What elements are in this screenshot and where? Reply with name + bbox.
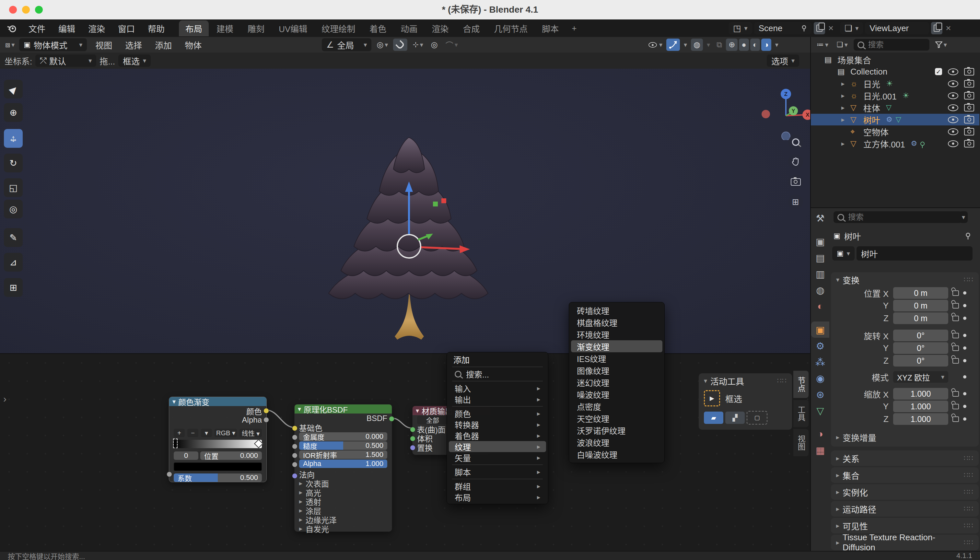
socket-表(曲)面[interactable] [410, 427, 415, 432]
texture-submenu-item-点密度[interactable]: 点密度 [571, 400, 662, 412]
expand-arrow[interactable]: ▸ [841, 104, 850, 112]
pin-properties-icon[interactable] [965, 232, 972, 240]
animate-dot[interactable] [963, 417, 967, 421]
bsdf-section-次表面[interactable]: ▸次表面 [299, 479, 387, 487]
add-menu-item-输出[interactable]: 输出▸ [449, 394, 546, 405]
socket-fac[interactable] [167, 472, 172, 477]
render-visibility-icon[interactable] [964, 104, 974, 112]
bsdf-section-涂层[interactable]: ▸涂层 [299, 506, 387, 515]
lock-icon[interactable] [952, 303, 959, 308]
scene-selector[interactable]: Scene [754, 22, 812, 34]
transform-delta-subpanel[interactable]: ▸变换增量 [831, 431, 979, 444]
rotate-tool-button[interactable]: ↻ [4, 153, 23, 172]
properties-tab-particles[interactable]: ⁂ [811, 354, 829, 370]
ramp-interp-dropdown[interactable]: 线性 ▾ [240, 429, 262, 437]
n-panel-tab-工具[interactable]: 工具 [793, 400, 808, 427]
outliner-row-立方体.001[interactable]: ▸▽立方体.001⚙ [811, 138, 979, 149]
socket-IOR折射率[interactable] [292, 453, 298, 458]
orientation-dropdown[interactable]: ∠全局▾ [322, 38, 372, 51]
bsdf-slider-糙度[interactable]: 糙度0.500 [299, 442, 387, 450]
shader-editor-canvas[interactable]: › ▾颜色渐变颜色Alpha+−▾RGB ▾线性 ▾0位置0.000系数0.50… [0, 353, 810, 552]
workspace-tab-渲染[interactable]: 渲染 [425, 20, 455, 36]
add-menu-item-布局[interactable]: 布局▸ [449, 492, 546, 503]
copy-viewlayer-button[interactable] [931, 22, 942, 34]
mode-dropdown[interactable]: ▣物体模式▾ [19, 38, 87, 51]
topbar-menu-编辑[interactable]: 编辑 [52, 22, 82, 34]
select-mode-extend-button[interactable]: ▞ [725, 412, 745, 424]
socket-normal[interactable] [292, 473, 298, 479]
animate-dot[interactable] [963, 359, 967, 362]
texture-submenu-item-白噪波纹理[interactable]: 白噪波纹理 [571, 448, 662, 460]
value-field[interactable]: 0° [893, 330, 948, 341]
topbar-menu-窗口[interactable]: 窗口 [112, 22, 141, 34]
render-visibility-icon[interactable] [964, 128, 974, 135]
texture-submenu-item-砖墙纹理[interactable]: 砖墙纹理 [571, 304, 662, 316]
socket-bsdf-output[interactable] [389, 416, 394, 422]
visibility-eye-icon[interactable] [948, 140, 958, 147]
add-cube-tool-button[interactable]: ⊞ [4, 278, 23, 297]
bsdf-section-透射[interactable]: ▸透射 [299, 497, 387, 505]
ortho-toggle-icon[interactable]: ⊞ [788, 195, 803, 209]
properties-tab-render[interactable]: ▣ [811, 233, 829, 250]
visibility-eye-icon[interactable] [948, 128, 958, 135]
add-menu-item-矢量[interactable]: 矢量▸ [449, 452, 546, 463]
viewport-menu-添加[interactable]: 添加 [148, 39, 178, 51]
n-panel-tab-节点[interactable]: 节点 [793, 371, 808, 398]
bsdf-node[interactable]: ▾原理化BSDFBSDF基础色金属度0.000糙度0.500IOR折射率1.50… [294, 404, 392, 532]
colorramp-node[interactable]: ▾颜色渐变颜色Alpha+−▾RGB ▾线性 ▾0位置0.000系数0.500 [169, 397, 267, 482]
socket-糙度[interactable] [292, 444, 298, 449]
properties-tab-material[interactable]: ◑ [811, 426, 829, 442]
proportional-falloff-dropdown[interactable]: ⌒▾ [443, 38, 460, 51]
value-field[interactable]: 1.000 [893, 413, 948, 425]
bsdf-section-自发光[interactable]: ▸自发光 [299, 524, 387, 533]
texture-submenu-item-图像纹理[interactable]: 图像纹理 [571, 364, 662, 376]
outliner-row-日光.001[interactable]: ▸☼日光.001☀ [811, 90, 979, 102]
visibility-eye-icon[interactable] [948, 116, 958, 123]
workspace-tab-合成[interactable]: 合成 [456, 20, 486, 36]
properties-tab-object-data[interactable]: ▽ [811, 402, 829, 419]
bsdf-section-高光[interactable]: ▸高光 [299, 488, 387, 497]
pin-icon[interactable] [801, 25, 807, 32]
proportional-editing-toggle[interactable]: ◎ [428, 38, 440, 51]
options-dropdown[interactable]: 选项▾ [767, 55, 799, 67]
texture-submenu-item-波浪纹理[interactable]: 波浪纹理 [571, 436, 662, 448]
add-menu-item-脚本[interactable]: 脚本▸ [449, 466, 546, 477]
bsdf-section-边缘光泽[interactable]: ▸边缘光泽 [299, 515, 387, 524]
panel-实例化[interactable]: ▸实例化∷∷ [831, 484, 979, 500]
add-menu-search[interactable]: 搜索... [449, 368, 546, 380]
select-mode-subtract-button[interactable]: ▢ [747, 411, 767, 425]
animate-dot[interactable] [963, 375, 967, 378]
animate-dot[interactable] [963, 317, 967, 320]
ramp-stop-1[interactable] [254, 439, 263, 448]
outliner-row-柱体[interactable]: ▸▽柱体▽ [811, 102, 979, 113]
render-visibility-icon[interactable] [964, 140, 974, 147]
render-visibility-icon[interactable] [964, 80, 974, 88]
panel-集合[interactable]: ▸集合∷∷ [831, 467, 979, 483]
gizmos-dropdown[interactable]: ▾ [681, 38, 690, 51]
shading-solid-button[interactable]: ● [739, 38, 749, 51]
texture-submenu-item-渐变纹理[interactable]: 渐变纹理 [571, 340, 662, 352]
bsdf-slider-Alpha[interactable]: Alpha1.000 [299, 460, 387, 468]
add-menu-item-着色器[interactable]: 着色器▸ [449, 430, 546, 441]
editor-type-button[interactable]: ⧈▾ [3, 38, 17, 51]
pan-hand-icon[interactable] [788, 154, 803, 169]
snap-target-dropdown[interactable]: ⊹▾ [410, 38, 425, 51]
value-field[interactable]: 0 m [893, 300, 948, 312]
value-field[interactable]: 1.000 [893, 400, 948, 412]
workspace-tab-雕刻[interactable]: 雕刻 [241, 20, 271, 36]
properties-tab-world[interactable]: ◐ [811, 298, 829, 314]
lock-icon[interactable] [952, 290, 959, 296]
expand-arrow[interactable]: ▸ [841, 80, 850, 88]
outliner-row-场景集合[interactable]: ▤场景集合 [811, 54, 979, 65]
cursor-tool-button[interactable]: ⊕ [4, 103, 23, 122]
ramp-color-swatch[interactable] [174, 462, 262, 471]
value-field[interactable]: 0° [893, 342, 948, 354]
workspace-tab-脚本[interactable]: 脚本 [535, 20, 565, 36]
socket-体积[interactable] [410, 436, 415, 442]
socket-Alpha[interactable] [292, 462, 298, 467]
properties-search-options[interactable]: ▾ [959, 211, 968, 223]
viewport-menu-视图[interactable]: 视图 [89, 39, 118, 51]
socket-Alpha[interactable] [263, 417, 269, 423]
ramp-mode-dropdown[interactable]: RGB ▾ [215, 429, 237, 437]
lock-icon[interactable] [952, 345, 959, 351]
